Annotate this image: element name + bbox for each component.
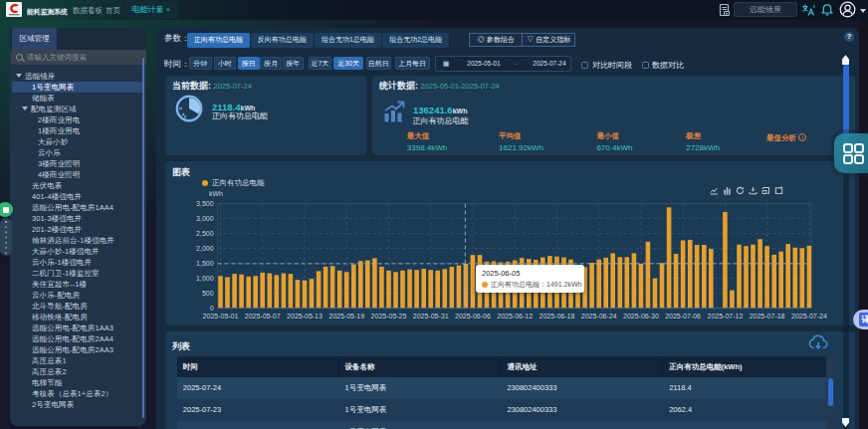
svg-text:2,500: 2,500 — [196, 230, 214, 237]
svg-text:2025-05-01: 2025-05-01 — [203, 313, 239, 320]
svg-text:2025-05-13: 2025-05-13 — [287, 313, 323, 320]
svg-text:2025-05-31: 2025-05-31 — [413, 313, 449, 320]
svg-text:1,000: 1,000 — [196, 275, 214, 282]
svg-text:kWh: kWh — [209, 190, 223, 197]
svg-text:2025-06-06: 2025-06-06 — [455, 313, 491, 320]
svg-text:0: 0 — [210, 305, 214, 312]
svg-text:2025-06-12: 2025-06-12 — [497, 313, 533, 320]
svg-text:2025-07-06: 2025-07-06 — [665, 313, 701, 320]
svg-text:2025-06-24: 2025-06-24 — [581, 313, 617, 320]
svg-text:500: 500 — [202, 290, 214, 297]
svg-text:2025-07-12: 2025-07-12 — [707, 313, 743, 320]
svg-text:1,500: 1,500 — [196, 260, 214, 267]
svg-text:2025-05-25: 2025-05-25 — [371, 313, 407, 320]
svg-text:3,000: 3,000 — [196, 215, 214, 222]
svg-text:2025-07-24: 2025-07-24 — [791, 313, 827, 320]
svg-text:2025-06-30: 2025-06-30 — [623, 313, 659, 320]
svg-text:2,000: 2,000 — [196, 245, 214, 252]
svg-text:2025-05-07: 2025-05-07 — [245, 313, 281, 320]
svg-text:2025-06-18: 2025-06-18 — [539, 313, 574, 320]
svg-text:2025-07-18: 2025-07-18 — [750, 313, 785, 320]
svg-text:2025-05-19: 2025-05-19 — [328, 313, 364, 320]
svg-text:3,500: 3,500 — [196, 200, 214, 207]
